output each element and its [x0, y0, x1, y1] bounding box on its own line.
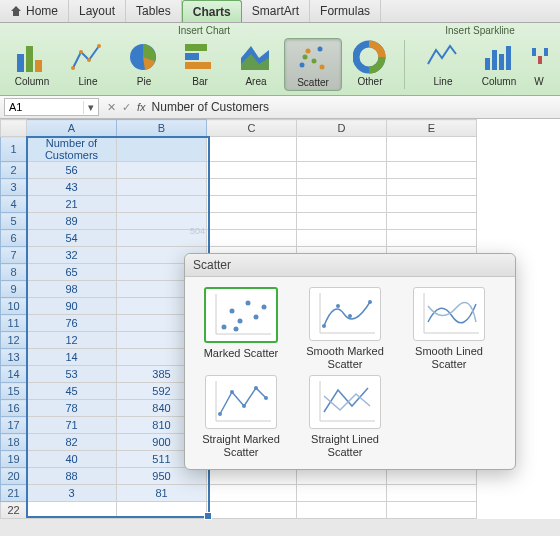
cell[interactable]: 12 [27, 332, 117, 349]
scatter-option-marked[interactable]: Marked Scatter [191, 287, 291, 371]
cell[interactable] [207, 179, 297, 196]
cell[interactable] [207, 213, 297, 230]
fx-icon[interactable]: fx [137, 101, 146, 113]
cell[interactable] [387, 162, 477, 179]
cell[interactable]: 53 [27, 366, 117, 383]
row-header[interactable]: 4 [1, 196, 27, 213]
cell[interactable]: Number of Customers [27, 137, 117, 162]
sparkline-winloss[interactable]: W [527, 38, 551, 89]
cell[interactable] [207, 485, 297, 502]
cell[interactable] [297, 162, 387, 179]
chart-type-pie[interactable]: Pie [116, 38, 172, 89]
row-header[interactable]: 15 [1, 383, 27, 400]
column-header[interactable]: C [207, 120, 297, 137]
cell[interactable]: 89 [27, 213, 117, 230]
cell[interactable] [117, 179, 207, 196]
cell[interactable]: 65 [27, 264, 117, 281]
cell[interactable] [387, 196, 477, 213]
sparkline-column[interactable]: Column [471, 38, 527, 89]
scatter-option-smooth-lined[interactable]: Smooth Lined Scatter [399, 287, 499, 371]
chart-type-column[interactable]: Column [4, 38, 60, 89]
column-header[interactable]: A [27, 120, 117, 137]
scatter-option-straight-marked[interactable]: Straight Marked Scatter [191, 375, 291, 459]
cell[interactable] [117, 213, 207, 230]
row-header[interactable]: 9 [1, 281, 27, 298]
row-header[interactable]: 3 [1, 179, 27, 196]
name-box-dropdown[interactable]: ▾ [83, 101, 98, 114]
row-header[interactable]: 1 [1, 137, 27, 162]
row-header[interactable]: 14 [1, 366, 27, 383]
row-header[interactable]: 10 [1, 298, 27, 315]
accept-icon[interactable]: ✓ [122, 101, 131, 114]
cell[interactable] [387, 137, 477, 162]
cell[interactable]: 90 [27, 298, 117, 315]
scatter-option-smooth-marked[interactable]: Smooth Marked Scatter [295, 287, 395, 371]
row-header[interactable]: 12 [1, 332, 27, 349]
cell[interactable] [117, 230, 207, 247]
cell[interactable] [207, 230, 297, 247]
cell[interactable] [27, 502, 117, 519]
tab-formulas[interactable]: Formulas [310, 0, 381, 22]
chart-type-area[interactable]: Area [228, 38, 284, 89]
sparkline-line[interactable]: Line [415, 38, 471, 89]
cell[interactable] [117, 137, 207, 162]
cell[interactable]: 78 [27, 400, 117, 417]
cell[interactable] [207, 468, 297, 485]
chart-type-other[interactable]: Other [342, 38, 398, 89]
tab-home[interactable]: Home [0, 0, 69, 22]
select-all-corner[interactable] [1, 120, 27, 137]
cell[interactable]: 98 [27, 281, 117, 298]
row-header[interactable]: 5 [1, 213, 27, 230]
row-header[interactable]: 7 [1, 247, 27, 264]
cell[interactable] [387, 230, 477, 247]
row-header[interactable]: 16 [1, 400, 27, 417]
name-box-input[interactable] [5, 100, 83, 114]
row-header[interactable]: 21 [1, 485, 27, 502]
column-header[interactable]: E [387, 120, 477, 137]
cell[interactable] [297, 485, 387, 502]
cell[interactable] [297, 502, 387, 519]
row-header[interactable]: 17 [1, 417, 27, 434]
cell[interactable]: 88 [27, 468, 117, 485]
cell[interactable] [387, 502, 477, 519]
chart-type-bar[interactable]: Bar [172, 38, 228, 89]
worksheet[interactable]: ABCDE1Number of Customers256343421589654… [0, 119, 560, 519]
tab-smartart[interactable]: SmartArt [242, 0, 310, 22]
cell[interactable] [297, 230, 387, 247]
formula-bar[interactable]: Number of Customers [152, 100, 554, 114]
cell[interactable]: 71 [27, 417, 117, 434]
cell[interactable] [117, 196, 207, 213]
cell[interactable]: 21 [27, 196, 117, 213]
column-header[interactable]: B [117, 120, 207, 137]
chart-type-line[interactable]: Line [60, 38, 116, 89]
cell[interactable]: 43 [27, 179, 117, 196]
cell[interactable] [297, 468, 387, 485]
cell[interactable] [117, 502, 207, 519]
cell[interactable]: 3 [27, 485, 117, 502]
cell[interactable]: 82 [27, 434, 117, 451]
cell[interactable] [387, 179, 477, 196]
scatter-option-straight-lined[interactable]: Straight Lined Scatter [295, 375, 395, 459]
name-box[interactable]: ▾ [4, 98, 99, 116]
chart-type-scatter[interactable]: Scatter [284, 38, 342, 91]
cell[interactable] [297, 196, 387, 213]
cell[interactable]: 54 [27, 230, 117, 247]
cancel-icon[interactable]: ✕ [107, 101, 116, 114]
cell[interactable]: 45 [27, 383, 117, 400]
cell[interactable] [387, 468, 477, 485]
row-header[interactable]: 18 [1, 434, 27, 451]
cell[interactable]: 32 [27, 247, 117, 264]
cell[interactable] [207, 162, 297, 179]
cell[interactable]: 40 [27, 451, 117, 468]
cell[interactable] [387, 485, 477, 502]
column-header[interactable]: D [297, 120, 387, 137]
row-header[interactable]: 11 [1, 315, 27, 332]
cell[interactable] [297, 179, 387, 196]
cell[interactable] [117, 162, 207, 179]
tab-layout[interactable]: Layout [69, 0, 126, 22]
tab-charts[interactable]: Charts [182, 0, 242, 22]
row-header[interactable]: 13 [1, 349, 27, 366]
row-header[interactable]: 22 [1, 502, 27, 519]
cell[interactable]: 56 [27, 162, 117, 179]
cell[interactable]: 14 [27, 349, 117, 366]
